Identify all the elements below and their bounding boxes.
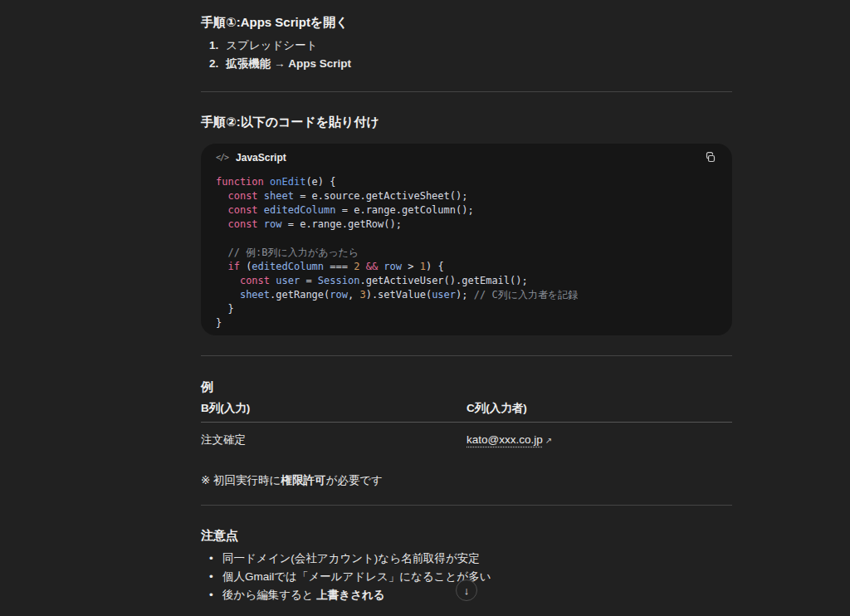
list-item-text: 後から編集すると 上書きされる <box>222 589 385 601</box>
divider <box>201 505 732 506</box>
list-item: 同一ドメイン(会社アカウント)なら名前取得が安定 <box>209 550 732 568</box>
step1-list: 1.スプレッドシート 2.拡張機能 → Apps Script <box>201 37 732 74</box>
step2-heading: 手順②:以下のコードを貼り付け <box>201 113 732 131</box>
code-line: const row = e.range.getRow(); <box>216 218 717 232</box>
table-cell: kato@xxx.co.jp↗ <box>467 422 732 457</box>
copy-button[interactable] <box>700 147 721 169</box>
example-heading: 例 <box>201 378 732 396</box>
code-line: // 例:B列に入力があったら <box>216 246 717 260</box>
example-table: B列(入力) C列(入力者) 注文確定 kato@xxx.co.jp↗ <box>201 401 732 457</box>
code-icon: </> <box>216 153 228 162</box>
code-line: if (editedColumn === 2 && row > 1) { <box>216 260 717 274</box>
list-item: 2.拡張機能 → Apps Script <box>209 55 732 73</box>
code-line: } <box>216 302 717 316</box>
code-line: function onEdit(e) { <box>216 175 717 189</box>
code-line: } <box>216 316 717 330</box>
code-block-header: </> JavaScript <box>201 144 732 172</box>
list-item-text: スプレッドシート <box>226 39 317 51</box>
assistant-message: 手順①:Apps Scriptを開く 1.スプレッドシート 2.拡張機能 → A… <box>201 0 732 604</box>
code-line: sheet.getRange(row, 3).setValue(user); /… <box>216 288 717 302</box>
step1-heading: 手順①:Apps Scriptを開く <box>201 13 732 32</box>
divider <box>201 355 732 356</box>
list-item-text: 個人Gmailでは「メールアドレス」になることが多い <box>222 570 491 583</box>
list-item-text: 同一ドメイン(会社アカウント)なら名前取得が安定 <box>222 552 480 565</box>
list-item-text: 拡張機能 → Apps Script <box>226 57 351 70</box>
column-header: B列(入力) <box>201 401 467 423</box>
copy-icon <box>704 151 717 164</box>
permission-note: ※ 初回実行時に権限許可が必要です <box>201 472 732 489</box>
table-row: 注文確定 kato@xxx.co.jp↗ <box>201 422 732 457</box>
code-block: </> JavaScript function onEdit(e) { cons… <box>201 144 732 335</box>
divider <box>201 91 732 92</box>
code-content: function onEdit(e) { const sheet = e.sou… <box>201 172 732 335</box>
code-language-label: JavaScript <box>236 152 286 164</box>
list-number: 2. <box>209 57 218 70</box>
external-link-icon: ↗ <box>545 433 552 448</box>
arrow-down-icon: ↓ <box>464 585 470 596</box>
code-language: </> JavaScript <box>216 152 286 164</box>
scroll-to-bottom-button[interactable]: ↓ <box>456 579 477 601</box>
table-cell: 注文確定 <box>201 422 467 457</box>
email-link[interactable]: kato@xxx.co.jp <box>467 433 543 446</box>
code-line: const sheet = e.source.getActiveSheet(); <box>216 189 717 203</box>
list-number: 1. <box>209 39 218 51</box>
table-header-row: B列(入力) C列(入力者) <box>201 401 732 423</box>
list-item: 1.スプレッドシート <box>209 37 732 55</box>
code-line: const user = Session.getActiveUser().get… <box>216 274 717 288</box>
code-line <box>216 232 717 246</box>
code-line: const editedColumn = e.range.getColumn()… <box>216 203 717 218</box>
column-header: C列(入力者) <box>467 401 732 423</box>
chat-page: { "theme": { "page_bg": "#212121", "code… <box>0 0 850 616</box>
cautions-heading: 注意点 <box>201 526 732 545</box>
